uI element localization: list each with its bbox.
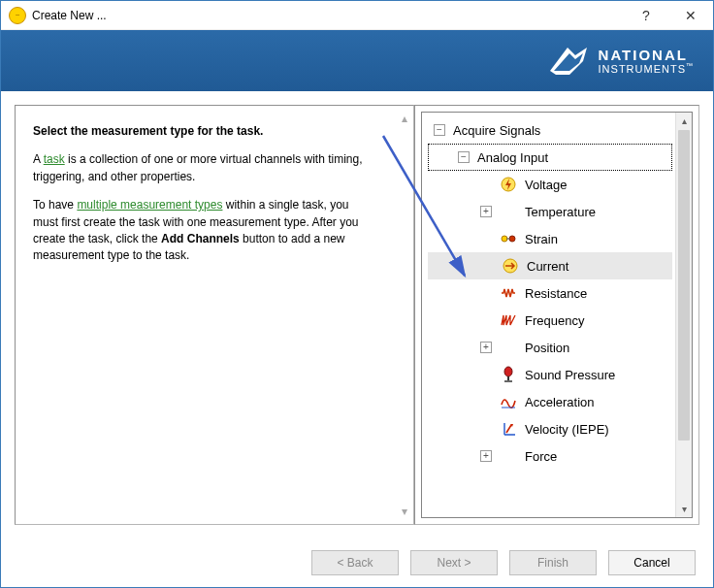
expander-spacer [480,369,492,380]
tree-node-label: Resistance [525,286,587,301]
expander-icon[interactable]: − [458,151,470,163]
tree-node-label: Velocity (IEPE) [525,422,609,437]
tree-wrapper: − Acquire Signals − Analog Input Voltage… [421,112,693,518]
expander-icon[interactable]: − [434,124,445,136]
expander-spacer [480,287,492,299]
help-button[interactable]: ? [624,1,668,30]
tree-node-label: Sound Pressure [525,368,615,382]
add-channels-label: Add Channels [161,232,240,245]
wizard-footer: < Back Next > Finish Cancel [1,539,713,587]
tree-node-label: Voltage [525,178,567,192]
expander-icon[interactable]: + [480,206,492,217]
expander-spacer [480,179,492,190]
tree-node-temperature[interactable]: +Temperature [426,198,674,225]
strain-icon [500,230,517,247]
expander-spacer [480,314,492,326]
expander-spacer [480,396,492,408]
instructions-content: Select the measurement type for the task… [16,106,396,524]
current-icon [502,257,519,275]
scroll-down-icon[interactable]: ▾ [676,501,692,517]
resistance-icon [500,284,517,302]
brand-banner: NATIONAL INSTRUMENTS™ [1,30,713,91]
titlebar: ~ Create New ... ? ✕ [1,1,713,30]
tree-node-resistance[interactable]: Resistance [426,279,674,307]
instructions-column: Select the measurement type for the task… [15,105,414,525]
svg-rect-6 [507,376,509,380]
tree-node-voltage[interactable]: Voltage [426,171,674,198]
close-button[interactable]: ✕ [668,1,713,30]
ni-eagle-icon [546,42,591,81]
svg-line-9 [506,425,511,433]
task-link[interactable]: task [44,152,65,166]
back-button[interactable]: < Back [311,550,399,575]
tree-node-label: Strain [525,232,558,246]
expander-icon[interactable]: + [480,450,492,462]
instructions-p2: To have multiple measurement types withi… [33,197,376,265]
tree-node-acceleration[interactable]: Acceleration [426,388,674,415]
tree-node-position[interactable]: +Position [426,334,674,361]
instructions-panel: Select the measurement type for the task… [15,105,414,525]
tree-node-sound-pressure[interactable]: Sound Pressure [426,361,674,388]
tree-node-current[interactable]: Current [428,252,672,279]
tree-scrollbar[interactable]: ▴ ▾ [675,113,692,517]
plus-icon [500,339,517,356]
accel-icon [500,393,517,410]
tree-node-label: Current [527,259,568,274]
app-icon: ~ [9,7,26,24]
plus-icon [500,447,517,465]
svg-point-5 [504,367,512,376]
instructions-scroll-down[interactable]: ▾ [398,505,411,518]
instructions-heading: Select the measurement type for the task… [33,123,376,140]
velocity-icon [500,420,517,438]
tree-node-label: Acceleration [525,395,595,409]
instructions-scroll-up[interactable]: ▴ [398,112,411,125]
multiple-types-link[interactable]: multiple measurement types [77,198,222,212]
measurement-tree[interactable]: − Acquire Signals − Analog Input Voltage… [426,116,674,513]
tree-column: − Acquire Signals − Analog Input Voltage… [414,105,699,525]
expander-spacer [480,233,492,245]
tree-node-label: Frequency [525,313,584,328]
voltage-icon [500,176,517,193]
dialog-body: Select the measurement type for the task… [1,91,713,539]
brand-tm: ™ [686,62,694,69]
scroll-up-icon[interactable]: ▴ [676,113,692,129]
ni-logo: NATIONAL INSTRUMENTS™ [546,42,694,81]
scroll-thumb[interactable] [678,130,690,441]
instructions-p1: A task is a collection of one or more vi… [33,151,376,185]
tree-panel: − Acquire Signals − Analog Input Voltage… [414,105,699,525]
tree-node-acquire-signals[interactable]: − Acquire Signals [426,116,674,144]
expander-spacer [482,260,494,272]
brand-line1: NATIONAL [599,47,688,63]
tree-node-strain[interactable]: Strain [426,225,674,252]
tree-node-force[interactable]: +Force [426,442,674,470]
tree-node-label: Position [525,341,569,355]
next-button[interactable]: Next > [410,550,498,575]
expander-icon[interactable]: + [480,342,492,353]
plus-icon [500,203,517,220]
dialog-window: ~ Create New ... ? ✕ NATIONAL INSTRUMENT… [0,0,714,588]
cancel-button[interactable]: Cancel [608,550,696,575]
tree-node-analog-input[interactable]: − Analog Input [428,144,672,171]
frequency-icon [500,311,517,329]
tree-node-label: Force [525,449,557,464]
finish-button[interactable]: Finish [509,550,597,575]
tree-node-frequency[interactable]: Frequency [426,307,674,334]
brand-line2: INSTRUMENTS [599,62,686,74]
tree-node-label: Temperature [525,205,596,219]
expander-spacer [480,423,492,435]
tree-node-velocity-iepe-[interactable]: Velocity (IEPE) [426,415,674,442]
window-title: Create New ... [32,9,624,22]
sound-icon [500,366,517,383]
